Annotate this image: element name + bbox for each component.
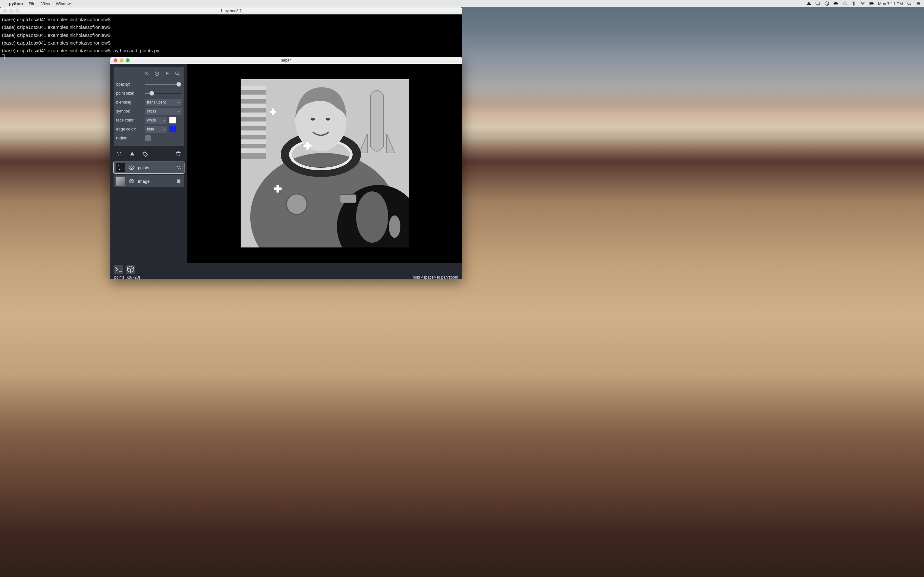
symbol-value: cross [147,109,156,113]
visibility-toggle-icon[interactable] [128,164,135,171]
edgecolor-swatch[interactable] [170,126,176,132]
menubar-app-name[interactable]: python [9,1,23,6]
terminal-traffic-lights [3,9,19,13]
svg-point-54 [286,194,307,214]
svg-rect-39 [241,103,266,108]
layer-list: points Image [113,162,184,187]
opacity-slider[interactable] [145,84,182,85]
status-left: points [-26 -20] [114,275,140,279]
layer-thumbnail [116,177,125,185]
svg-point-32 [180,168,181,169]
delete-points-button[interactable] [142,69,151,78]
terminal-cursor [2,55,5,60]
layer-item-image[interactable]: Image [113,175,184,187]
menubar-item-file[interactable]: File [29,1,35,6]
terminal-titlebar[interactable]: 1. python3.7 [0,7,462,15]
svg-point-27 [119,169,120,170]
layer-buttons-bar [113,148,184,159]
ndisplay-toggle-button[interactable] [126,265,136,274]
svg-point-31 [178,168,179,169]
svg-rect-42 [241,131,266,135]
svg-point-23 [120,155,121,155]
svg-point-52 [356,191,388,243]
layer-name: points [138,165,149,170]
svg-point-24 [144,152,144,153]
svg-point-29 [177,166,178,167]
facecolor-dropdown[interactable]: white▾ [145,117,167,124]
svg-point-26 [121,167,122,167]
svg-point-53 [389,215,401,238]
layer-name: Image [138,179,150,184]
napari-titlebar[interactable]: napari [110,57,462,64]
terminal-line: (base) czipa1osx041:examples nicholassof… [2,32,111,38]
terminal-body[interactable]: (base) czipa1osx041:examples nicholassof… [0,15,462,57]
blending-dropdown[interactable]: translucent▾ [145,99,182,106]
select-points-button[interactable] [163,69,171,78]
minimize-button[interactable] [120,58,124,62]
layer-item-points[interactable]: points [113,162,184,173]
macos-menubar: python File View Window Mon 7:11 PM [0,0,462,7]
canvas-viewport[interactable]: ✚ ✚ ✚ [187,64,462,263]
pan-zoom-button[interactable] [173,69,182,78]
facecolor-value: white [147,118,156,122]
svg-point-21 [120,152,121,153]
terminal-line: (base) czipa1osx041:examples nicholassof… [2,24,111,30]
edgecolor-value: blue [147,127,154,131]
svg-rect-34 [177,179,181,183]
edgecolor-dropdown[interactable]: blue▾ [145,126,167,133]
new-shapes-layer-button[interactable] [127,149,137,159]
close-button[interactable] [113,58,118,62]
layer-controls-panel: opacity: point size: blending: translu [113,67,184,146]
blending-label: blending: [116,100,142,105]
svg-rect-41 [241,121,266,126]
terminal-line: (base) czipa1osx041:examples nicholassof… [2,48,111,53]
status-right: hold <space> to pan/zoom [413,275,458,279]
symbol-dropdown[interactable]: cross▾ [145,108,182,115]
console-toggle-button[interactable] [113,265,123,274]
terminal-line: (base) czipa1osx041:examples nicholassof… [2,17,111,22]
svg-point-49 [310,118,315,121]
point-marker[interactable]: ✚ [273,185,282,193]
facecolor-swatch[interactable] [170,117,176,123]
delete-layer-button[interactable] [173,149,184,159]
napari-sidebar: opacity: point size: blending: translu [110,64,187,263]
svg-point-50 [326,118,330,121]
symbol-label: symbol: [116,109,142,113]
zoom-button[interactable] [126,58,129,62]
opacity-label: opacity: [116,82,142,87]
minimize-button[interactable] [9,9,13,13]
svg-point-18 [176,72,178,75]
ndim-label: n-dim: [116,136,142,140]
napari-traffic-lights [113,58,129,62]
terminal-window[interactable]: 1. python3.7 (base) czipa1osx041:example… [0,7,462,57]
svg-rect-44 [241,148,266,153]
add-points-button[interactable] [153,69,161,78]
new-labels-layer-button[interactable] [140,149,150,159]
pointsize-slider[interactable] [145,93,182,94]
svg-point-33 [131,181,132,182]
terminal-command: python add_points.py [113,48,160,53]
terminal-line: (base) czipa1osx041:examples nicholassof… [2,40,111,45]
close-button[interactable] [3,9,7,13]
point-marker[interactable]: ✚ [303,142,312,150]
chevron-down-icon: ▾ [178,110,180,113]
zoom-button[interactable] [15,9,19,13]
svg-rect-43 [241,139,266,144]
svg-point-25 [118,165,119,166]
point-marker[interactable]: ✚ [270,109,276,115]
terminal-title: 1. python3.7 [220,9,242,13]
canvas-image: ✚ ✚ ✚ [241,79,409,247]
menubar-item-window[interactable]: Window [56,1,71,6]
new-points-layer-button[interactable] [114,149,124,159]
napari-title: napari [281,58,291,63]
svg-rect-37 [241,85,266,90]
napari-window[interactable]: napari opacity: [110,57,462,279]
visibility-toggle-icon[interactable] [128,178,135,184]
pointsize-label: point size: [116,91,142,95]
svg-rect-55 [340,195,356,203]
layer-type-image-icon [176,178,182,184]
svg-point-28 [131,167,132,169]
ndim-checkbox[interactable] [145,135,151,141]
menubar-item-view[interactable]: View [41,1,50,6]
napari-bottom-bar: points [-26 -20] hold <space> to pan/zoo… [110,263,462,279]
